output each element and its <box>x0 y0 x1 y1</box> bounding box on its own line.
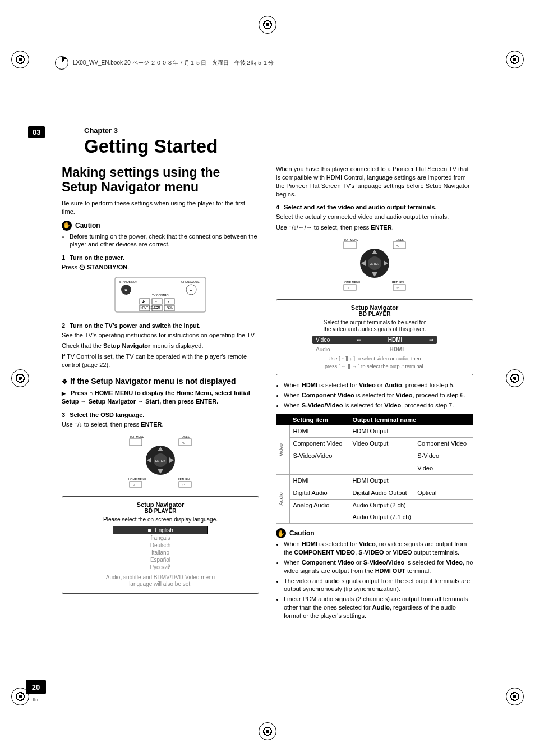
caution-item: The video and audio signals output from … <box>284 577 473 594</box>
language-option: Español <box>113 556 208 563</box>
osd-text: the video and audio signals of this play… <box>282 326 467 332</box>
step-num: 1 <box>62 254 65 261</box>
svg-rect-53 <box>344 285 356 290</box>
step-title: Turn on the power. <box>70 254 124 261</box>
power-icon: ⏻ <box>79 264 85 271</box>
step-num: 3 <box>62 411 65 418</box>
svg-text:⏻: ⏻ <box>124 288 127 291</box>
svg-text:▲: ▲ <box>190 288 192 291</box>
crop-mark-icon <box>506 369 524 387</box>
step-title: Select and set the video and audio outpu… <box>284 204 437 210</box>
chapter-badge: 03 <box>28 126 45 138</box>
arrow-right-icon: ⇒ <box>429 337 433 343</box>
table-cell <box>289 462 349 474</box>
osd-text: Please select the on-screen display lang… <box>68 516 253 523</box>
caution-item: Linear PCM audio signals (2 channels) ar… <box>284 595 473 620</box>
step-2: 2Turn on the TV's power and switch the i… <box>62 322 259 329</box>
sub-heading: ❖If the Setup Navigator menu is not disp… <box>62 377 259 386</box>
svg-rect-23 <box>130 439 142 446</box>
table-cell: HDMI <box>289 474 349 487</box>
table-header: Setting item <box>289 414 349 426</box>
step-1-body: Press ⏻ STANDBY/ON. <box>62 263 259 272</box>
remote-nav-figure: TOP MENU TOOLS ✎ ENTER HOME MENU ⌂ RE <box>124 432 197 491</box>
step-4: 4Select and set the video and audio outp… <box>276 204 473 210</box>
chapter-label: Chapter 3 <box>84 126 473 135</box>
note-item: When Component Video is selected for Vid… <box>284 391 473 400</box>
svg-text:TOP MENU: TOP MENU <box>344 238 359 241</box>
svg-text:TOOLS: TOOLS <box>394 238 404 241</box>
osd-subtitle: BD PLAYER <box>282 311 467 317</box>
svg-text:↩: ↩ <box>396 286 399 290</box>
step-3: 3Select the OSD language. <box>62 411 259 418</box>
osd-title: Setup Navigator <box>68 501 253 508</box>
crop-mark-icon <box>11 369 29 387</box>
svg-text:✎: ✎ <box>182 441 185 445</box>
table-cell: HDMI <box>289 425 349 437</box>
step-title: Turn on the TV's power and switch the in… <box>70 322 200 329</box>
table-cell: S-Video/Video <box>289 450 349 462</box>
osd-language-box: Setup Navigator BD PLAYER Please select … <box>62 496 259 594</box>
step-title: Select the OSD language. <box>70 411 144 418</box>
svg-text:↩: ↩ <box>182 483 185 487</box>
step-3-body: Use ↑/↓ to select, then press ENTER. <box>62 420 259 429</box>
osd-footer: language will also be set. <box>68 581 253 587</box>
svg-text:–: – <box>155 306 157 310</box>
language-option: français <box>113 534 208 542</box>
table-cell: Video <box>414 462 473 474</box>
svg-text:+: + <box>168 306 169 310</box>
caution-icon: ✋ <box>62 221 72 231</box>
step-2-body2: Check that the Setup Navigator menu is d… <box>62 342 259 350</box>
crop-mark-icon <box>259 16 276 34</box>
caution-heading: ✋ Caution <box>276 528 473 538</box>
svg-text:⌂: ⌂ <box>133 483 135 487</box>
language-list: ■ English français Deutsch Italiano Espa… <box>113 526 208 571</box>
svg-text:TOOLS: TOOLS <box>180 435 190 438</box>
caution-item: When Component Video or S-Video/Video is… <box>284 558 473 575</box>
svg-text:HOME MENU: HOME MENU <box>343 281 361 284</box>
nav-row-audio: Audio HDMI <box>312 345 437 354</box>
right-intro: When you have this player connected to a… <box>276 165 473 198</box>
settings-table: Setting item Output terminal name Video … <box>276 414 473 524</box>
svg-text:ENTER: ENTER <box>155 459 165 462</box>
crop-mark-icon <box>506 688 524 705</box>
table-cell: HDMI Output <box>349 425 414 437</box>
svg-text:RETURN: RETURN <box>178 478 190 481</box>
arrow-keys-icon: ↑/↓/←/→ <box>289 224 312 231</box>
step-num: 2 <box>62 322 65 329</box>
svg-text:TOP MENU: TOP MENU <box>130 435 145 438</box>
caution-heading: ✋ Caution <box>62 221 259 231</box>
step-num: 4 <box>276 204 279 210</box>
svg-text:–: – <box>155 300 157 303</box>
nav-help: Use [ ↑ ][ ↓ ] to select video or audio,… <box>282 356 467 361</box>
crop-mark-icon <box>506 51 524 68</box>
svg-text:⏻: ⏻ <box>142 300 145 303</box>
triangle-icon: ▶ <box>62 391 66 396</box>
step-4-body: Select the actually connected video and … <box>276 213 473 221</box>
print-header: LX08_WV_EN.book 20 ページ ２００８年７月１５日 火曜日 午後… <box>73 59 274 67</box>
language-option-selected: ■ English <box>113 526 208 534</box>
svg-text:TV CONTROL: TV CONTROL <box>152 294 170 297</box>
table-cell: Component Video <box>289 438 349 450</box>
section-heading: Making settings using the Setup Navigato… <box>62 165 259 195</box>
table-cell: HDMI Output <box>349 474 414 487</box>
svg-text:✎: ✎ <box>396 244 399 248</box>
table-cell <box>414 474 473 487</box>
osd-output-box: Setup Navigator BD PLAYER Select the out… <box>276 299 473 375</box>
page-number: 20 <box>26 680 46 694</box>
page-title: Getting Started <box>84 136 473 157</box>
svg-rect-43 <box>393 242 405 249</box>
svg-rect-56 <box>393 285 405 290</box>
intro-text: Be sure to perform these settings when u… <box>62 199 259 216</box>
caution-item: Before turning on the power, check that … <box>70 232 259 249</box>
table-cell: Video Output <box>349 438 414 475</box>
language-option: Deutsch <box>113 542 208 549</box>
table-cell: Analog Audio <box>289 499 349 511</box>
language-option: Italiano <box>113 549 208 556</box>
table-cell: Digital Audio Output <box>349 487 414 499</box>
svg-rect-41 <box>344 242 356 249</box>
language-option: Русский <box>113 563 208 571</box>
svg-rect-38 <box>179 482 191 487</box>
table-cell: Audio Output (2 ch) <box>349 499 473 511</box>
diamond-icon: ❖ <box>62 378 68 386</box>
svg-rect-10 <box>152 299 162 304</box>
